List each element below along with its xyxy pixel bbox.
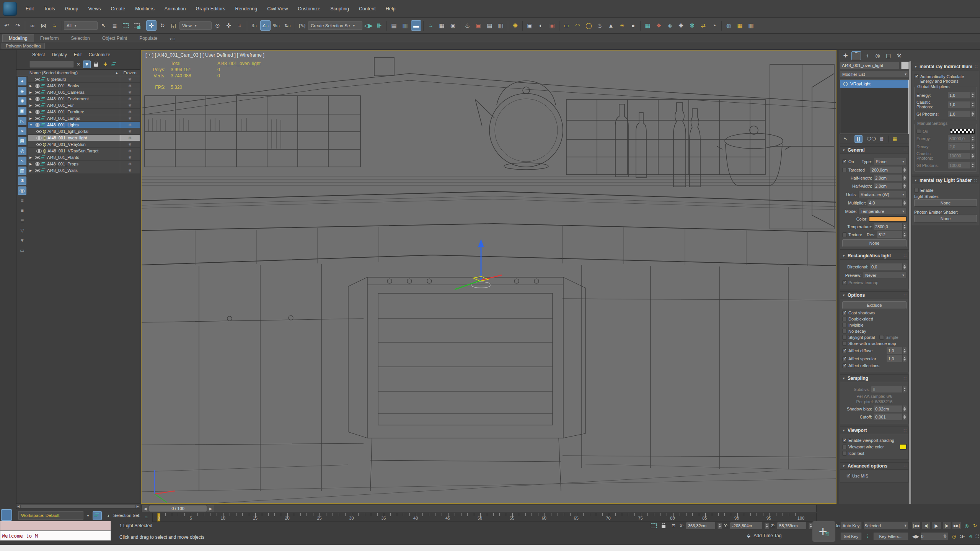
- filter-visibility-icon[interactable]: [18, 186, 26, 195]
- curve-editor-icon[interactable]: ≈: [426, 20, 436, 31]
- tab-object-paint[interactable]: Object Paint: [96, 35, 133, 42]
- explorer-h-scrollbar[interactable]: ◀▶: [16, 504, 140, 509]
- auto-key-button[interactable]: Auto Key: [840, 522, 862, 530]
- spinner[interactable]: [902, 355, 907, 362]
- frozen-column-header[interactable]: Frozen: [120, 70, 140, 76]
- layer-mode-icon[interactable]: [111, 60, 118, 68]
- make-unique-icon[interactable]: ❍❍: [867, 135, 876, 143]
- menu-content[interactable]: Content: [354, 5, 381, 13]
- select-move-icon[interactable]: ✛: [146, 20, 157, 31]
- bind-spacewarp-icon[interactable]: ≈: [49, 20, 60, 31]
- photon-emitter-none-button[interactable]: None: [914, 215, 977, 222]
- set-key-button[interactable]: Set Key: [840, 532, 862, 540]
- render-teapot-icon[interactable]: ♨: [462, 20, 473, 31]
- filter-groups-icon[interactable]: ▤: [18, 137, 26, 145]
- hierarchy-tab-icon[interactable]: ⫞: [862, 51, 872, 60]
- mini-curve-editor-icon[interactable]: ≈: [142, 513, 151, 522]
- molecule-icon[interactable]: ❖: [654, 20, 664, 31]
- edit-named-selection-icon[interactable]: {✎}: [297, 20, 307, 31]
- affect-reflections-checkbox[interactable]: [842, 363, 847, 368]
- zoom-extents-icon[interactable]: ◎: [962, 522, 971, 530]
- create-tab-icon[interactable]: ✚: [841, 51, 850, 60]
- go-to-start-icon[interactable]: |◀◀: [912, 522, 921, 530]
- select-link-icon[interactable]: ∞: [27, 20, 38, 31]
- render-setup-icon[interactable]: ▣: [473, 20, 484, 31]
- plugin-c-icon[interactable]: ◔: [709, 20, 719, 31]
- time-configuration-icon[interactable]: ◷: [950, 532, 958, 540]
- spinner[interactable]: [902, 223, 907, 230]
- menu-create[interactable]: Create: [106, 5, 130, 13]
- maxscript-listener-white[interactable]: Welcome to M: [0, 531, 111, 541]
- menu-views[interactable]: Views: [83, 5, 106, 13]
- orbit-icon[interactable]: ↻: [971, 522, 979, 530]
- modifier-list-dropdown[interactable]: Modifier List: [840, 70, 909, 78]
- utilities-tab-icon[interactable]: ⚒: [894, 51, 904, 60]
- filter-spacewarps-icon[interactable]: ≈: [18, 127, 26, 135]
- rollout-mrs-header[interactable]: mental ray Light Shader: [912, 177, 979, 184]
- on-checkbox[interactable]: [842, 159, 847, 164]
- motion-tab-icon[interactable]: ◎: [873, 51, 882, 60]
- explorer-menu-display[interactable]: Display: [49, 51, 69, 58]
- row-enviroment[interactable]: AI48_001_Enviroment: [28, 96, 140, 102]
- menu-group[interactable]: Group: [60, 5, 83, 13]
- display-tab-icon[interactable]: ▢: [884, 51, 893, 60]
- frozen-cell[interactable]: [120, 109, 140, 115]
- spinner[interactable]: [902, 199, 907, 206]
- physics-icon[interactable]: ◈: [665, 20, 675, 31]
- frozen-cell[interactable]: [120, 148, 140, 154]
- enable-viewport-shading-checkbox[interactable]: [842, 438, 847, 443]
- filter-helpers-icon[interactable]: ◺: [18, 117, 26, 125]
- angle-snap-icon[interactable]: ∠∩: [260, 20, 271, 31]
- frozen-cell[interactable]: [120, 154, 140, 160]
- previous-frame-icon[interactable]: ◀: [142, 505, 148, 512]
- menu-scripting[interactable]: Scripting: [325, 5, 354, 13]
- rollout-advanced-header[interactable]: Advanced options: [840, 463, 908, 470]
- perspective-viewport[interactable]: [ + ] [ AI48_001_Cam_03 ] [ User Defined…: [141, 50, 837, 504]
- units-dropdown[interactable]: Radian...er (W): [858, 191, 907, 198]
- workspace-dropdown[interactable]: Workspace: Default: [18, 511, 83, 520]
- row-cameras[interactable]: AI48_001_Cameras: [28, 89, 140, 96]
- frozen-cell[interactable]: [120, 141, 140, 147]
- frozen-cell[interactable]: [120, 102, 140, 108]
- track-bar[interactable]: 0510152025303540455055606570758085909510…: [152, 513, 817, 522]
- blank-view-icon[interactable]: ■: [18, 206, 26, 215]
- row-fur[interactable]: AI48_001_Fur: [28, 102, 140, 109]
- eye-icon[interactable]: [36, 143, 42, 146]
- pick-parent-icon[interactable]: ✚: [101, 60, 109, 68]
- configure-modifier-sets-icon[interactable]: ▦: [891, 135, 899, 143]
- tab-selection[interactable]: Selection: [65, 35, 96, 42]
- y-coordinate-field[interactable]: -208,804cr: [730, 522, 762, 529]
- scroll-left-icon[interactable]: ◀: [17, 505, 20, 508]
- scrollbar-thumb[interactable]: [21, 505, 135, 508]
- eye-icon[interactable]: [35, 78, 40, 81]
- 3dsmax-logo[interactable]: [3, 2, 17, 16]
- half-length-field[interactable]: 2,0cm: [874, 175, 902, 181]
- list-view-icon[interactable]: ≡: [18, 196, 26, 205]
- material-editor-icon[interactable]: ◉: [448, 20, 458, 31]
- menu-graph-editors[interactable]: Graph Editors: [191, 5, 230, 13]
- isolate-selection-icon[interactable]: [93, 511, 102, 520]
- spinner[interactable]: [902, 263, 907, 270]
- camera-icon[interactable]: ▣: [525, 20, 535, 31]
- affect-specular-field[interactable]: 1,0: [887, 355, 902, 362]
- camera-moon-icon[interactable]: ◐: [536, 20, 546, 31]
- spinner[interactable]: [970, 101, 975, 108]
- command-panel-scrollbar[interactable]: [909, 61, 911, 513]
- directional-field[interactable]: 0,0: [870, 263, 902, 270]
- object-color-swatch[interactable]: [901, 62, 909, 69]
- affect-specular-checkbox[interactable]: [842, 356, 847, 361]
- energy-field[interactable]: 1,0: [948, 92, 970, 98]
- filter-xrefs-icon[interactable]: ◎: [18, 147, 26, 155]
- menu-animation[interactable]: Animation: [160, 5, 191, 13]
- percent-snap-icon[interactable]: %∩: [271, 20, 282, 31]
- clear-search-icon[interactable]: ✕: [75, 62, 82, 67]
- absolute-offset-icon[interactable]: ⊡: [670, 522, 677, 529]
- eye-icon[interactable]: [35, 84, 40, 88]
- time-slider[interactable]: ◀ 0 / 100 ▶: [142, 505, 817, 512]
- tab-modeling[interactable]: Modeling: [2, 34, 34, 42]
- snaps-toggle-icon[interactable]: 3∩: [249, 20, 259, 31]
- frozen-cell[interactable]: [120, 83, 140, 89]
- select-scale-icon[interactable]: ◱: [168, 20, 179, 31]
- texture-none-button[interactable]: None: [842, 239, 907, 247]
- use-mis-checkbox[interactable]: [846, 474, 851, 478]
